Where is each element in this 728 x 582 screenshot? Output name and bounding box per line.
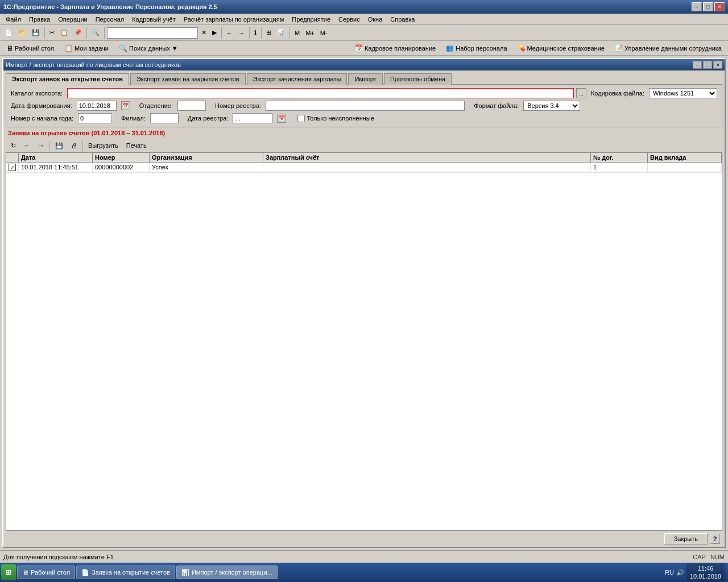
- unload-btn[interactable]: Выгрузить: [85, 140, 121, 151]
- menu-help[interactable]: Справка: [387, 15, 418, 24]
- refresh-btn[interactable]: ↻: [8, 140, 19, 151]
- date-picker-btn[interactable]: 📅: [121, 101, 130, 110]
- tab-protocols[interactable]: Протоколы обмена: [384, 73, 452, 85]
- coding-select[interactable]: Windows 1251UTF-8DOS 866: [649, 88, 717, 98]
- tab-export-open[interactable]: Экспорт заявок на открытие счетов: [6, 73, 129, 85]
- shortcut-tasks-label: Мои задачи: [75, 45, 109, 52]
- search-clear-btn[interactable]: ✕: [199, 27, 209, 39]
- checked-icon: ✓: [9, 164, 16, 171]
- grid-back-btn[interactable]: ←: [21, 140, 33, 151]
- num-year-input[interactable]: [78, 113, 112, 123]
- mplus-btn[interactable]: M+: [303, 27, 317, 39]
- reg-date-picker-btn[interactable]: 📅: [277, 114, 286, 123]
- clock-time: 11:46: [690, 564, 721, 572]
- save-toolbar-btn[interactable]: 💾: [30, 27, 42, 39]
- col-date: Дата: [19, 153, 93, 162]
- info-btn[interactable]: ℹ: [252, 27, 259, 39]
- copy-btn[interactable]: 📋: [58, 27, 71, 39]
- tab-export-close[interactable]: Экспорт заявок на закрытие счетов: [130, 73, 246, 85]
- forward-btn[interactable]: →: [236, 27, 247, 39]
- shortcut-employee-data[interactable]: 📝 Управление данными сотрудника: [611, 42, 726, 55]
- menu-hr[interactable]: Кадровый учёт: [129, 15, 179, 24]
- branch-input[interactable]: [150, 113, 179, 123]
- new-btn[interactable]: 📄: [2, 27, 15, 39]
- shortcut-medical[interactable]: 💊 Медицинское страхование: [514, 42, 609, 55]
- tab-import[interactable]: Импорт: [348, 73, 382, 85]
- catalog-row: Каталог экспорта: ... Кодировка файла: W…: [11, 88, 717, 98]
- open-btn[interactable]: 📂: [16, 27, 28, 39]
- print-btn[interactable]: Печать: [123, 140, 150, 151]
- num-branch-row: Номер с начала года: Филиал: Дата реестр…: [11, 113, 717, 123]
- date-input[interactable]: [77, 101, 117, 111]
- taskbar-item-open-account[interactable]: 📄 Заявка на открытие счетов: [76, 566, 175, 579]
- dept-input[interactable]: [177, 101, 206, 111]
- print-label: Печать: [126, 142, 147, 149]
- grid-btn[interactable]: ⊞: [264, 27, 274, 39]
- menu-file[interactable]: Файл: [2, 15, 24, 24]
- taskbar-import-icon: 📊: [181, 569, 189, 576]
- menu-operations[interactable]: Операции: [55, 15, 90, 24]
- reg-num-label: Номер реестра:: [215, 102, 261, 109]
- start-button[interactable]: ⊞: [1, 564, 16, 580]
- format-select[interactable]: Версия 3.4Версия 2.0: [523, 101, 580, 111]
- tab-export-salary[interactable]: Экспорт зачисления зарплаты: [247, 73, 348, 85]
- inner-maximize-btn[interactable]: □: [703, 61, 712, 69]
- reg-date-input[interactable]: [233, 113, 272, 123]
- taskbar-open-icon: 📄: [81, 569, 89, 576]
- catalog-search-btn[interactable]: ...: [576, 88, 586, 98]
- help-button[interactable]: ?: [710, 534, 720, 544]
- grid-save-btn[interactable]: 💾: [52, 140, 66, 151]
- find-btn[interactable]: 🔍: [89, 27, 102, 39]
- m-btn[interactable]: M: [292, 27, 302, 39]
- taskbar-item-import-export[interactable]: 📊 Импорт / экспорт операци...: [176, 566, 278, 579]
- only-unexec-checkbox[interactable]: [297, 115, 305, 122]
- minimize-button[interactable]: −: [692, 2, 702, 11]
- menu-payroll[interactable]: Расчёт зарплаты по организациям: [180, 15, 288, 24]
- cut-btn[interactable]: ✂: [47, 27, 57, 39]
- taskbar-import-label: Импорт / экспорт операци...: [192, 569, 272, 576]
- menu-personnel[interactable]: Персонал: [92, 15, 128, 24]
- shortcuts-bar: 🖥 Рабочий стол 📋 Мои задачи 🔍 Поиск данн…: [0, 41, 728, 56]
- shortcut-desktop[interactable]: 🖥 Рабочий стол: [2, 42, 58, 55]
- paste-btn[interactable]: 📌: [72, 27, 84, 39]
- menu-enterprise[interactable]: Предприятие: [288, 15, 334, 24]
- close-button[interactable]: ✕: [714, 2, 725, 11]
- col-type: Вид вклада: [648, 153, 722, 162]
- cell-org: Успех: [150, 163, 263, 172]
- taskbar-item-desktop[interactable]: 🖥 Рабочий стол: [17, 566, 75, 579]
- shortcut-search[interactable]: 🔍 Поиск данных ▼: [115, 42, 182, 55]
- toolbar-search-input[interactable]: [107, 27, 198, 39]
- shortcut-medical-label: Медицинское страхование: [527, 45, 605, 52]
- catalog-input[interactable]: [67, 88, 574, 98]
- reg-num-input[interactable]: [266, 101, 465, 111]
- menu-edit[interactable]: Правка: [26, 15, 53, 24]
- search-icon: 🔍: [119, 44, 127, 52]
- taskbar-desktop-icon: 🖥: [22, 569, 28, 576]
- shortcut-hr-planning[interactable]: 📅 Кадровое планирование: [351, 42, 440, 55]
- cell-checkbox[interactable]: ✓: [6, 163, 19, 172]
- shortcut-recruitment[interactable]: 👥 Набор персонала: [442, 42, 511, 55]
- only-unexec-label[interactable]: Только неисполненные: [297, 115, 374, 122]
- maximize-button[interactable]: □: [703, 2, 713, 11]
- shortcut-desktop-label: Рабочий стол: [15, 45, 54, 52]
- inner-close-btn[interactable]: ✕: [713, 61, 722, 69]
- back-btn[interactable]: ←: [224, 27, 235, 39]
- inner-minimize-btn[interactable]: −: [693, 61, 702, 69]
- section-title-container: Заявки на отрытие счетов (01.01.2018 – 3…: [3, 127, 725, 139]
- grid-print-icon-btn[interactable]: 🖨: [68, 140, 80, 151]
- sep7: [289, 27, 290, 39]
- menu-windows[interactable]: Окна: [365, 15, 386, 24]
- grid-forward-btn[interactable]: →: [35, 140, 47, 151]
- shortcut-tasks[interactable]: 📋 Мои задачи: [60, 42, 113, 55]
- menu-service[interactable]: Сервис: [335, 15, 363, 24]
- close-button-bottom[interactable]: Закрыть: [664, 533, 708, 544]
- search-go-btn[interactable]: ▶: [210, 27, 219, 39]
- refresh-icon: ↻: [11, 142, 16, 149]
- grid-toolbar: ↻ ← → 💾 🖨 Выгрузить Печать: [3, 139, 725, 152]
- table-row[interactable]: ✓ 10.01.2018 11:45:51 00000000002 Успех …: [6, 163, 722, 173]
- hint-bar: Для получения подсказки нажмите F1 CAP N…: [0, 550, 728, 563]
- chart-btn[interactable]: 📊: [275, 27, 287, 39]
- col-org: Организация: [150, 153, 263, 162]
- medical-icon: 💊: [518, 44, 526, 52]
- mminus-btn[interactable]: M-: [318, 27, 330, 39]
